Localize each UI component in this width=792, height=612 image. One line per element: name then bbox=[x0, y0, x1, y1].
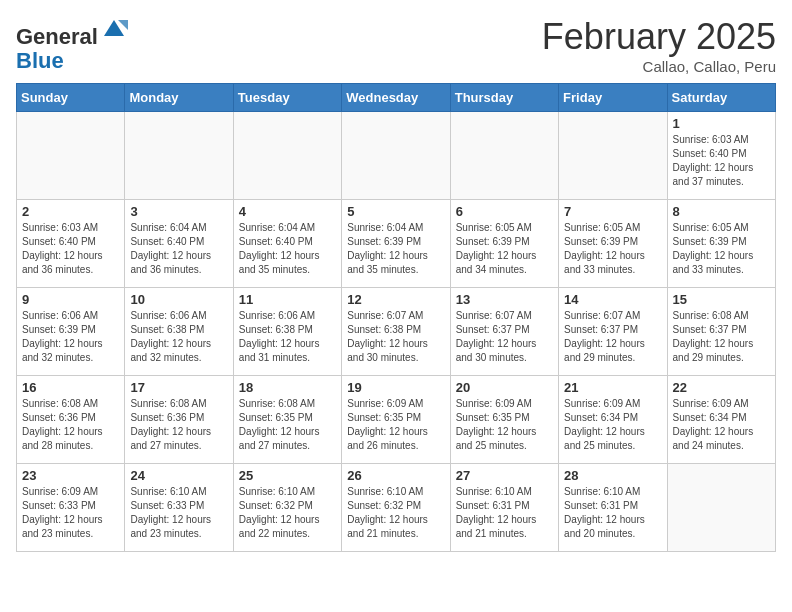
day-number: 19 bbox=[347, 380, 444, 395]
calendar-cell bbox=[667, 464, 775, 552]
day-number: 12 bbox=[347, 292, 444, 307]
day-number: 24 bbox=[130, 468, 227, 483]
day-info: Sunrise: 6:06 AM Sunset: 6:39 PM Dayligh… bbox=[22, 309, 119, 365]
calendar-cell bbox=[559, 112, 667, 200]
day-info: Sunrise: 6:04 AM Sunset: 6:40 PM Dayligh… bbox=[239, 221, 336, 277]
day-info: Sunrise: 6:07 AM Sunset: 6:37 PM Dayligh… bbox=[564, 309, 661, 365]
calendar-cell: 15Sunrise: 6:08 AM Sunset: 6:37 PM Dayli… bbox=[667, 288, 775, 376]
day-info: Sunrise: 6:08 AM Sunset: 6:36 PM Dayligh… bbox=[22, 397, 119, 453]
calendar-cell: 7Sunrise: 6:05 AM Sunset: 6:39 PM Daylig… bbox=[559, 200, 667, 288]
calendar-cell: 12Sunrise: 6:07 AM Sunset: 6:38 PM Dayli… bbox=[342, 288, 450, 376]
calendar-cell: 24Sunrise: 6:10 AM Sunset: 6:33 PM Dayli… bbox=[125, 464, 233, 552]
day-number: 21 bbox=[564, 380, 661, 395]
day-info: Sunrise: 6:10 AM Sunset: 6:31 PM Dayligh… bbox=[456, 485, 553, 541]
calendar-cell: 6Sunrise: 6:05 AM Sunset: 6:39 PM Daylig… bbox=[450, 200, 558, 288]
logo-blue-text: Blue bbox=[16, 48, 64, 73]
calendar-week-row: 23Sunrise: 6:09 AM Sunset: 6:33 PM Dayli… bbox=[17, 464, 776, 552]
calendar-cell: 2Sunrise: 6:03 AM Sunset: 6:40 PM Daylig… bbox=[17, 200, 125, 288]
calendar-cell: 21Sunrise: 6:09 AM Sunset: 6:34 PM Dayli… bbox=[559, 376, 667, 464]
day-number: 1 bbox=[673, 116, 770, 131]
day-info: Sunrise: 6:10 AM Sunset: 6:33 PM Dayligh… bbox=[130, 485, 227, 541]
day-info: Sunrise: 6:10 AM Sunset: 6:32 PM Dayligh… bbox=[239, 485, 336, 541]
weekday-header-saturday: Saturday bbox=[667, 84, 775, 112]
day-info: Sunrise: 6:06 AM Sunset: 6:38 PM Dayligh… bbox=[130, 309, 227, 365]
page-header: General Blue February 2025 Callao, Calla… bbox=[16, 16, 776, 75]
day-info: Sunrise: 6:03 AM Sunset: 6:40 PM Dayligh… bbox=[673, 133, 770, 189]
day-number: 16 bbox=[22, 380, 119, 395]
day-number: 26 bbox=[347, 468, 444, 483]
calendar-cell bbox=[233, 112, 341, 200]
calendar-cell bbox=[342, 112, 450, 200]
day-info: Sunrise: 6:09 AM Sunset: 6:35 PM Dayligh… bbox=[456, 397, 553, 453]
day-number: 3 bbox=[130, 204, 227, 219]
calendar-cell: 20Sunrise: 6:09 AM Sunset: 6:35 PM Dayli… bbox=[450, 376, 558, 464]
calendar-week-row: 1Sunrise: 6:03 AM Sunset: 6:40 PM Daylig… bbox=[17, 112, 776, 200]
day-info: Sunrise: 6:09 AM Sunset: 6:35 PM Dayligh… bbox=[347, 397, 444, 453]
calendar-cell: 13Sunrise: 6:07 AM Sunset: 6:37 PM Dayli… bbox=[450, 288, 558, 376]
calendar-week-row: 16Sunrise: 6:08 AM Sunset: 6:36 PM Dayli… bbox=[17, 376, 776, 464]
day-info: Sunrise: 6:09 AM Sunset: 6:34 PM Dayligh… bbox=[673, 397, 770, 453]
day-number: 6 bbox=[456, 204, 553, 219]
calendar-cell: 18Sunrise: 6:08 AM Sunset: 6:35 PM Dayli… bbox=[233, 376, 341, 464]
title-block: February 2025 Callao, Callao, Peru bbox=[542, 16, 776, 75]
weekday-header-thursday: Thursday bbox=[450, 84, 558, 112]
day-number: 25 bbox=[239, 468, 336, 483]
day-number: 23 bbox=[22, 468, 119, 483]
weekday-header-row: SundayMondayTuesdayWednesdayThursdayFrid… bbox=[17, 84, 776, 112]
day-number: 13 bbox=[456, 292, 553, 307]
day-info: Sunrise: 6:05 AM Sunset: 6:39 PM Dayligh… bbox=[673, 221, 770, 277]
day-number: 7 bbox=[564, 204, 661, 219]
day-number: 27 bbox=[456, 468, 553, 483]
logo-general-text: General bbox=[16, 24, 98, 49]
calendar-cell: 28Sunrise: 6:10 AM Sunset: 6:31 PM Dayli… bbox=[559, 464, 667, 552]
calendar-cell: 10Sunrise: 6:06 AM Sunset: 6:38 PM Dayli… bbox=[125, 288, 233, 376]
day-number: 4 bbox=[239, 204, 336, 219]
day-number: 11 bbox=[239, 292, 336, 307]
day-info: Sunrise: 6:09 AM Sunset: 6:34 PM Dayligh… bbox=[564, 397, 661, 453]
day-info: Sunrise: 6:10 AM Sunset: 6:32 PM Dayligh… bbox=[347, 485, 444, 541]
day-number: 20 bbox=[456, 380, 553, 395]
day-info: Sunrise: 6:09 AM Sunset: 6:33 PM Dayligh… bbox=[22, 485, 119, 541]
day-number: 28 bbox=[564, 468, 661, 483]
day-number: 14 bbox=[564, 292, 661, 307]
weekday-header-friday: Friday bbox=[559, 84, 667, 112]
calendar-cell: 19Sunrise: 6:09 AM Sunset: 6:35 PM Dayli… bbox=[342, 376, 450, 464]
day-number: 10 bbox=[130, 292, 227, 307]
calendar-cell: 1Sunrise: 6:03 AM Sunset: 6:40 PM Daylig… bbox=[667, 112, 775, 200]
day-info: Sunrise: 6:05 AM Sunset: 6:39 PM Dayligh… bbox=[564, 221, 661, 277]
day-number: 5 bbox=[347, 204, 444, 219]
day-info: Sunrise: 6:07 AM Sunset: 6:37 PM Dayligh… bbox=[456, 309, 553, 365]
day-info: Sunrise: 6:04 AM Sunset: 6:39 PM Dayligh… bbox=[347, 221, 444, 277]
logo: General Blue bbox=[16, 16, 128, 73]
day-info: Sunrise: 6:08 AM Sunset: 6:35 PM Dayligh… bbox=[239, 397, 336, 453]
calendar-cell: 27Sunrise: 6:10 AM Sunset: 6:31 PM Dayli… bbox=[450, 464, 558, 552]
calendar-cell: 22Sunrise: 6:09 AM Sunset: 6:34 PM Dayli… bbox=[667, 376, 775, 464]
calendar-table: SundayMondayTuesdayWednesdayThursdayFrid… bbox=[16, 83, 776, 552]
calendar-cell bbox=[17, 112, 125, 200]
weekday-header-tuesday: Tuesday bbox=[233, 84, 341, 112]
calendar-cell bbox=[125, 112, 233, 200]
calendar-cell: 14Sunrise: 6:07 AM Sunset: 6:37 PM Dayli… bbox=[559, 288, 667, 376]
day-number: 9 bbox=[22, 292, 119, 307]
day-info: Sunrise: 6:03 AM Sunset: 6:40 PM Dayligh… bbox=[22, 221, 119, 277]
day-info: Sunrise: 6:07 AM Sunset: 6:38 PM Dayligh… bbox=[347, 309, 444, 365]
day-info: Sunrise: 6:10 AM Sunset: 6:31 PM Dayligh… bbox=[564, 485, 661, 541]
day-info: Sunrise: 6:06 AM Sunset: 6:38 PM Dayligh… bbox=[239, 309, 336, 365]
calendar-cell: 17Sunrise: 6:08 AM Sunset: 6:36 PM Dayli… bbox=[125, 376, 233, 464]
calendar-cell: 8Sunrise: 6:05 AM Sunset: 6:39 PM Daylig… bbox=[667, 200, 775, 288]
day-number: 2 bbox=[22, 204, 119, 219]
month-year-title: February 2025 bbox=[542, 16, 776, 58]
day-number: 18 bbox=[239, 380, 336, 395]
day-number: 17 bbox=[130, 380, 227, 395]
calendar-cell: 16Sunrise: 6:08 AM Sunset: 6:36 PM Dayli… bbox=[17, 376, 125, 464]
day-number: 15 bbox=[673, 292, 770, 307]
calendar-cell: 23Sunrise: 6:09 AM Sunset: 6:33 PM Dayli… bbox=[17, 464, 125, 552]
calendar-week-row: 2Sunrise: 6:03 AM Sunset: 6:40 PM Daylig… bbox=[17, 200, 776, 288]
calendar-cell: 26Sunrise: 6:10 AM Sunset: 6:32 PM Dayli… bbox=[342, 464, 450, 552]
calendar-cell: 9Sunrise: 6:06 AM Sunset: 6:39 PM Daylig… bbox=[17, 288, 125, 376]
calendar-cell: 5Sunrise: 6:04 AM Sunset: 6:39 PM Daylig… bbox=[342, 200, 450, 288]
day-info: Sunrise: 6:04 AM Sunset: 6:40 PM Dayligh… bbox=[130, 221, 227, 277]
calendar-cell: 4Sunrise: 6:04 AM Sunset: 6:40 PM Daylig… bbox=[233, 200, 341, 288]
day-number: 8 bbox=[673, 204, 770, 219]
weekday-header-wednesday: Wednesday bbox=[342, 84, 450, 112]
